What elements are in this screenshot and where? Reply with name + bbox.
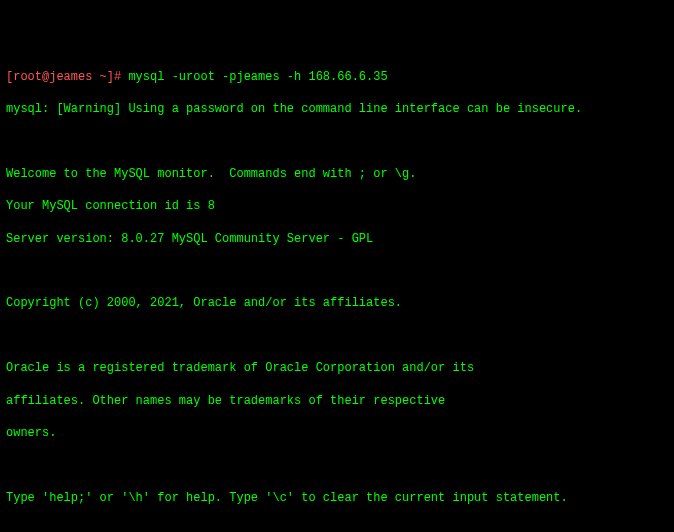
welcome-line-1: Welcome to the MySQL monitor. Commands e… bbox=[6, 166, 668, 182]
shell-prompt: [root@jeames ~]# bbox=[6, 70, 128, 84]
welcome-line-2: Your MySQL connection id is 8 bbox=[6, 198, 668, 214]
copyright-line: Copyright (c) 2000, 2021, Oracle and/or … bbox=[6, 295, 668, 311]
blank-line bbox=[6, 263, 668, 279]
blank-line bbox=[6, 522, 668, 532]
mysql-warning: mysql: [Warning] Using a password on the… bbox=[6, 101, 668, 117]
blank-line bbox=[6, 328, 668, 344]
blank-line bbox=[6, 457, 668, 473]
trademark-line-1: Oracle is a registered trademark of Orac… bbox=[6, 360, 668, 376]
blank-line bbox=[6, 134, 668, 150]
trademark-line-3: owners. bbox=[6, 425, 668, 441]
welcome-line-3: Server version: 8.0.27 MySQL Community S… bbox=[6, 231, 668, 247]
shell-prompt-line: [root@jeames ~]# mysql -uroot -pjeames -… bbox=[6, 69, 668, 85]
shell-command: mysql -uroot -pjeames -h 168.66.6.35 bbox=[128, 70, 387, 84]
trademark-line-2: affiliates. Other names may be trademark… bbox=[6, 393, 668, 409]
help-line: Type 'help;' or '\h' for help. Type '\c'… bbox=[6, 490, 668, 506]
